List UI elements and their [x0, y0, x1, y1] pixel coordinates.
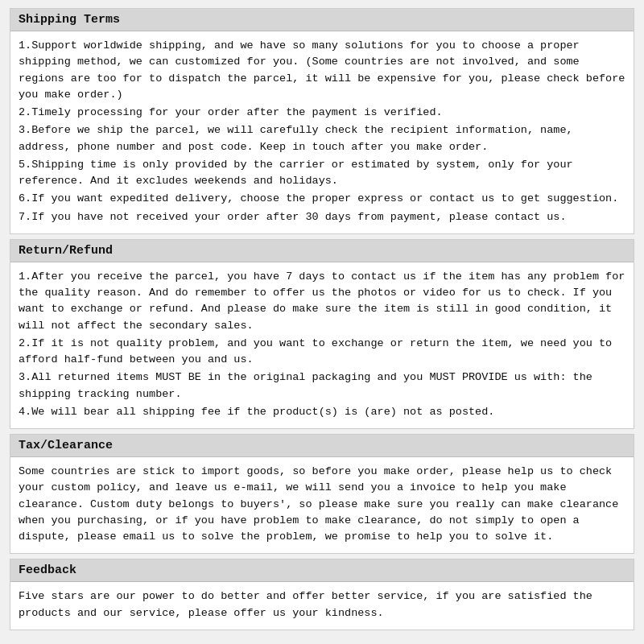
section-paragraph: 4.We will bear all shipping fee if the p…	[19, 404, 625, 420]
section-title-shipping: Shipping Terms	[19, 13, 625, 27]
section-paragraph: 5.Shipping time is only provided by the …	[19, 157, 625, 190]
section-paragraph: 7.If you have not received your order af…	[19, 209, 625, 225]
section-title-tax: Tax/Clearance	[19, 439, 625, 452]
page-container: Shipping Terms1.Support worldwide shippi…	[0, 0, 644, 644]
section-body-feedback: Five stars are our power to do better an…	[10, 582, 634, 630]
section-paragraph: 6.If you want expedited delivery, choose…	[19, 191, 625, 207]
section-shipping: Shipping Terms1.Support worldwide shippi…	[10, 8, 634, 234]
section-paragraph: 2.If it is not quality problem, and you …	[19, 336, 625, 369]
section-header-return: Return/Refund	[10, 240, 634, 262]
section-body-return: 1.After you receive the parcel, you have…	[10, 262, 634, 428]
section-paragraph: 1.Support worldwide shipping, and we hav…	[19, 38, 625, 103]
section-paragraph: Some countries are stick to import goods…	[19, 464, 625, 545]
section-header-tax: Tax/Clearance	[10, 435, 634, 457]
section-header-feedback: Feedback	[10, 559, 634, 582]
section-title-return: Return/Refund	[19, 244, 625, 258]
section-paragraph: 2.Timely processing for your order after…	[19, 105, 625, 121]
section-body-shipping: 1.Support worldwide shipping, and we hav…	[10, 31, 634, 233]
section-tax: Tax/ClearanceSome countries are stick to…	[10, 434, 634, 554]
section-body-tax: Some countries are stick to import goods…	[10, 457, 634, 553]
section-paragraph: 3.Before we ship the parcel, we will car…	[19, 122, 625, 155]
section-paragraph: 3.All returned items MUST BE in the orig…	[19, 369, 625, 402]
section-header-shipping: Shipping Terms	[10, 9, 634, 31]
section-title-feedback: Feedback	[19, 564, 625, 577]
section-return: Return/Refund1.After you receive the par…	[10, 239, 634, 429]
section-feedback: FeedbackFive stars are our power to do b…	[10, 559, 634, 630]
section-paragraph: Five stars are our power to do better an…	[19, 588, 625, 621]
section-paragraph: 1.After you receive the parcel, you have…	[19, 269, 625, 334]
